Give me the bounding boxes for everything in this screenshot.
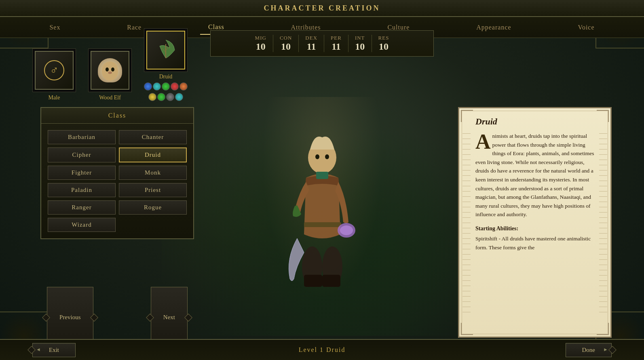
attr-mig-label: MIG: [255, 35, 266, 41]
description-abilities-text: Spiritshift - All druids have mastered o…: [475, 234, 594, 252]
class-button-rogue[interactable]: Rogue: [119, 200, 187, 215]
description-body: A nimists at heart, druids tap into the …: [475, 132, 594, 219]
nav-item-voice[interactable]: Voice: [570, 21, 602, 34]
portrait-class[interactable]: Druid: [144, 28, 188, 101]
class-icon-2: [153, 82, 161, 91]
portrait-race-frame: [88, 48, 132, 92]
diamond-left-exit: [27, 346, 36, 354]
svg-point-2: [111, 67, 114, 72]
class-icon-3: [162, 82, 170, 91]
svg-point-14: [325, 154, 329, 159]
class-icon-5: [179, 82, 188, 91]
scroll-right-decoration: [599, 128, 607, 316]
class-icon-6: [148, 93, 156, 101]
attr-int: INT 10: [348, 35, 372, 52]
male-icon-glyph: ♂: [50, 64, 59, 77]
exit-button[interactable]: Exit: [32, 343, 76, 357]
description-content: Druid A nimists at heart, druids tap int…: [467, 116, 602, 252]
attr-mig-value: 10: [256, 41, 266, 52]
class-button-cipher[interactable]: Cipher: [48, 147, 116, 162]
druid-class-icon: [154, 38, 178, 62]
description-title: Druid: [475, 116, 594, 127]
svg-point-1: [106, 67, 109, 72]
diamond-right-icon-next: [184, 314, 192, 322]
attr-dex-label: DEX: [305, 35, 317, 41]
diamond-left-icon-next: [146, 314, 154, 322]
class-button-wizard[interactable]: Wizard: [48, 218, 116, 232]
class-grid: Barbarian Chanter Cipher Druid Fighter M…: [41, 124, 193, 238]
portrait-sex-inner: ♂: [35, 51, 74, 90]
scroll-left-decoration: [462, 128, 471, 316]
done-button[interactable]: Done: [566, 343, 612, 357]
class-button-fighter[interactable]: Fighter: [48, 166, 116, 180]
diamond-right-done: [608, 346, 617, 354]
attr-res-label: RES: [378, 35, 389, 41]
nav-item-appearance[interactable]: Appearance: [468, 21, 519, 34]
portrait-sex[interactable]: ♂ Male: [32, 48, 76, 101]
attr-int-value: 10: [355, 41, 365, 52]
svg-rect-9: [304, 275, 322, 287]
attr-con: CON 10: [273, 35, 299, 52]
class-button-ranger[interactable]: Ranger: [48, 200, 116, 215]
class-icons-row1: [144, 82, 188, 91]
page-title: CHARACTER CREATION: [264, 4, 380, 13]
attr-mig: MIG 10: [249, 35, 273, 52]
attr-per: PER 11: [324, 35, 348, 52]
portrait-race[interactable]: Wood Elf: [88, 48, 132, 101]
status-text: Level 1 Druid: [299, 346, 346, 354]
class-panel: Class Barbarian Chanter Cipher Druid Fig…: [40, 107, 194, 239]
attr-per-label: PER: [331, 35, 342, 41]
class-panel-header: Class: [41, 108, 193, 124]
previous-label: Previous: [59, 314, 81, 320]
title-bar: CHARACTER CREATION: [0, 0, 644, 17]
character-silhouette: [262, 97, 383, 299]
scroll-corner-br: [597, 323, 609, 335]
scroll-corner-bl: [461, 323, 473, 335]
class-icons-row2: [148, 93, 183, 101]
class-button-priest[interactable]: Priest: [119, 183, 187, 197]
attr-con-value: 10: [281, 41, 291, 52]
class-button-monk[interactable]: Monk: [119, 166, 187, 180]
done-label: Done: [582, 347, 595, 353]
character-svg: [266, 97, 379, 291]
scroll-corner-tr: [597, 110, 609, 122]
bottom-bar: Exit Level 1 Druid Done: [0, 339, 644, 360]
class-button-paladin[interactable]: Paladin: [48, 183, 116, 197]
diamond-right-icon-prev: [90, 314, 98, 322]
elf-face-icon: [98, 58, 122, 82]
class-label: Druid: [159, 74, 173, 80]
exit-label: Exit: [49, 347, 59, 353]
scroll-corner-tl: [461, 110, 473, 122]
class-icon-7: [157, 93, 165, 101]
svg-point-3: [108, 72, 112, 74]
class-icon-9: [175, 93, 183, 101]
svg-rect-10: [322, 275, 340, 287]
svg-point-17: [340, 225, 353, 235]
class-icon-1: [144, 82, 152, 91]
attr-con-label: CON: [280, 35, 292, 41]
portrait-sex-frame: ♂: [32, 48, 76, 92]
elf-face-svg: [98, 58, 122, 82]
class-button-druid[interactable]: Druid: [119, 147, 187, 162]
attr-res: RES 10: [372, 35, 396, 52]
attr-dex: DEX 11: [299, 35, 324, 52]
diamond-left-icon: [42, 314, 50, 322]
description-panel: Druid A nimists at heart, druids tap int…: [458, 107, 612, 338]
description-body-text: nimists at heart, druids tap into the sp…: [475, 133, 594, 217]
next-label: Next: [163, 314, 175, 320]
description-drop-cap: A: [475, 133, 491, 150]
attributes-bar: MIG 10 CON 10 DEX 11 PER 11 INT 10 RES 1…: [210, 30, 434, 57]
class-button-barbarian[interactable]: Barbarian: [48, 130, 116, 144]
portrait-race-inner: [91, 51, 129, 90]
attr-res-value: 10: [379, 41, 389, 52]
svg-rect-15: [316, 172, 328, 179]
description-subtitle: Starting Abilities:: [475, 225, 594, 232]
male-symbol-icon: ♂: [44, 60, 64, 80]
svg-point-13: [315, 154, 319, 159]
class-button-chanter[interactable]: Chanter: [119, 130, 187, 144]
class-icon-4: [171, 82, 179, 91]
sex-label: Male: [49, 95, 60, 101]
character-display: [241, 81, 403, 315]
class-icon-8: [166, 93, 174, 101]
svg-rect-11: [304, 222, 341, 227]
